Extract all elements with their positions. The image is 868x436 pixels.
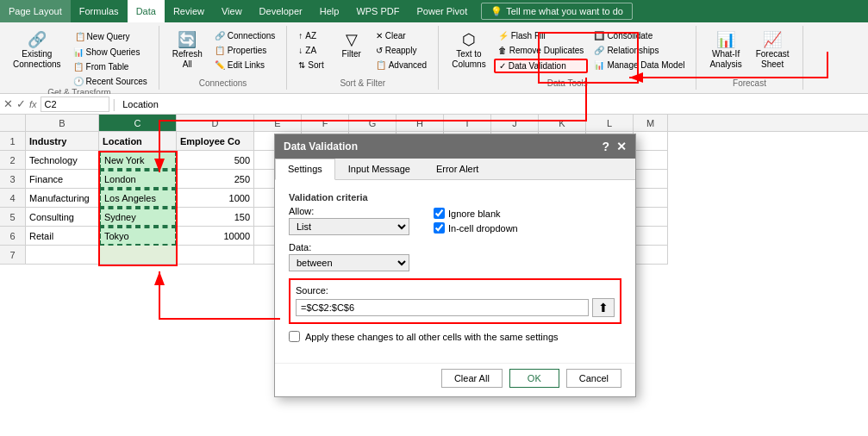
modal-tab-settings[interactable]: Settings	[275, 159, 335, 180]
clear-all-btn[interactable]: Clear All	[441, 369, 503, 388]
manage-data-model-btn[interactable]: 📊 Manage Data Model	[590, 59, 689, 72]
cell-b6[interactable]: Retail	[26, 227, 99, 246]
modal-close-btn[interactable]: ✕	[616, 140, 627, 153]
formula-input[interactable]	[119, 98, 865, 110]
cell-b4[interactable]: Manufacturing	[26, 189, 99, 208]
from-table-btn[interactable]: 📋 From Table	[69, 60, 152, 73]
recent-sources-btn[interactable]: 🕐 Recent Sources	[69, 75, 152, 88]
row-num-6[interactable]: 6	[0, 227, 26, 246]
col-header-i[interactable]: I	[444, 115, 491, 131]
cell-d2[interactable]: 500	[177, 151, 254, 170]
source-range-btn[interactable]: ⬆	[592, 298, 615, 317]
col-header-k[interactable]: K	[539, 115, 586, 131]
flash-fill-btn[interactable]: ⚡ Flash Fill	[494, 29, 589, 42]
cell-d4[interactable]: 1000	[177, 189, 254, 208]
col-header-c[interactable]: C	[99, 115, 177, 131]
refresh-btn[interactable]: 🔄 RefreshAll	[166, 29, 209, 72]
cell-b5[interactable]: Consulting	[26, 208, 99, 227]
menu-wps-pdf[interactable]: WPS PDF	[347, 0, 408, 22]
show-queries-btn[interactable]: 📊 Show Queries	[69, 46, 152, 59]
cancel-formula-btn[interactable]: ✕	[3, 97, 13, 110]
reapply-btn[interactable]: ↺ Reapply	[372, 44, 431, 57]
cell-c4[interactable]: Los Angeles	[99, 189, 177, 208]
cell-b3[interactable]: Finance	[26, 170, 99, 189]
menu-help[interactable]: Help	[311, 0, 348, 22]
cell-c5[interactable]: Sydney	[99, 208, 177, 227]
cell-d1[interactable]: Employee Co	[177, 132, 254, 151]
col-header-f[interactable]: F	[302, 115, 349, 131]
relationships-btn[interactable]: 🔗 Relationships	[590, 44, 689, 57]
remove-duplicates-btn[interactable]: 🗑 Remove Duplicates	[494, 44, 589, 57]
cell-m4[interactable]	[634, 189, 668, 208]
ok-btn[interactable]: OK	[509, 369, 559, 388]
row-num-3[interactable]: 3	[0, 170, 26, 189]
col-header-l[interactable]: L	[586, 115, 634, 131]
existing-connections-btn[interactable]: 🔗 ExistingConnections	[7, 29, 67, 72]
cell-c2[interactable]: New York	[99, 151, 177, 170]
menu-power-pivot[interactable]: Power Pivot	[409, 0, 477, 22]
in-cell-dropdown-label[interactable]: In-cell dropdown	[434, 222, 518, 234]
menu-formulas[interactable]: Formulas	[71, 0, 128, 22]
ignore-blank-checkbox[interactable]	[434, 208, 445, 219]
menu-review[interactable]: Review	[165, 0, 213, 22]
menu-page-layout[interactable]: Page Layout	[0, 0, 71, 22]
cell-m3[interactable]	[634, 170, 668, 189]
name-box[interactable]	[41, 97, 109, 112]
sort-btn[interactable]: ⇅ Sort	[294, 59, 328, 72]
tell-me-box[interactable]: 💡 Tell me what you want to do	[481, 3, 633, 20]
apply-checkbox[interactable]	[289, 331, 300, 342]
col-header-m[interactable]: M	[634, 115, 668, 131]
cell-c7[interactable]	[99, 246, 177, 265]
col-header-g[interactable]: G	[349, 115, 397, 131]
corner-header[interactable]	[0, 115, 26, 131]
col-header-d[interactable]: D	[177, 115, 254, 131]
row-num-1[interactable]: 1	[0, 132, 26, 151]
source-input[interactable]	[296, 299, 589, 316]
forecast-sheet-btn[interactable]: 📈 ForecastSheet	[750, 29, 796, 72]
modal-help-btn[interactable]: ?	[602, 140, 609, 153]
cell-d6[interactable]: 10000	[177, 227, 254, 246]
cell-c1[interactable]: Location	[99, 132, 177, 151]
modal-tab-input-message[interactable]: Input Message	[335, 159, 423, 179]
cell-m1[interactable]	[634, 132, 668, 151]
properties-btn[interactable]: 📋 Properties	[210, 44, 280, 57]
cell-m2[interactable]	[634, 151, 668, 170]
confirm-formula-btn[interactable]: ✓	[16, 97, 26, 110]
cancel-btn[interactable]: Cancel	[566, 369, 621, 388]
connections-btn[interactable]: 🔗 Connections	[210, 29, 280, 42]
menu-view[interactable]: View	[213, 0, 251, 22]
cell-d7[interactable]	[177, 246, 254, 265]
new-query-btn[interactable]: 📋 New Query	[69, 29, 152, 44]
col-header-b[interactable]: B	[26, 115, 99, 131]
cell-m5[interactable]	[634, 208, 668, 227]
data-select[interactable]: between	[289, 254, 409, 271]
data-validation-btn[interactable]: ✓ Data Validation	[494, 59, 589, 73]
text-to-columns-btn[interactable]: ⬡ Text toColumns	[446, 29, 491, 72]
advanced-btn[interactable]: 📋 Advanced	[372, 59, 431, 72]
cell-d3[interactable]: 250	[177, 170, 254, 189]
allow-select[interactable]: List	[289, 218, 409, 235]
cell-d5[interactable]: 150	[177, 208, 254, 227]
cell-c3[interactable]: London	[99, 170, 177, 189]
row-num-5[interactable]: 5	[0, 208, 26, 227]
col-header-e[interactable]: E	[254, 115, 302, 131]
cell-c6[interactable]: Tokyo	[99, 227, 177, 246]
sort-az-btn[interactable]: ↑ AZ	[294, 29, 328, 42]
cell-m7[interactable]	[634, 246, 668, 265]
col-header-h[interactable]: H	[397, 115, 444, 131]
in-cell-dropdown-checkbox[interactable]	[434, 222, 445, 234]
col-header-j[interactable]: J	[491, 115, 539, 131]
filter-btn[interactable]: ▽ Filter	[334, 29, 370, 62]
cell-b1[interactable]: Industry	[26, 132, 99, 151]
row-num-4[interactable]: 4	[0, 189, 26, 208]
cell-m6[interactable]	[634, 227, 668, 246]
sort-za-btn[interactable]: ↓ ZA	[294, 44, 328, 57]
what-if-btn[interactable]: 📊 What-IfAnalysis	[703, 29, 747, 72]
menu-developer[interactable]: Developer	[251, 0, 311, 22]
modal-tab-error-alert[interactable]: Error Alert	[423, 159, 492, 179]
row-num-7[interactable]: 7	[0, 246, 26, 265]
ignore-blank-label[interactable]: Ignore blank	[434, 208, 518, 219]
edit-links-btn[interactable]: ✏️ Edit Links	[210, 59, 280, 72]
consolidate-btn[interactable]: 🔲 Consolidate	[590, 29, 689, 42]
clear-btn[interactable]: ✕ Clear	[372, 29, 431, 42]
